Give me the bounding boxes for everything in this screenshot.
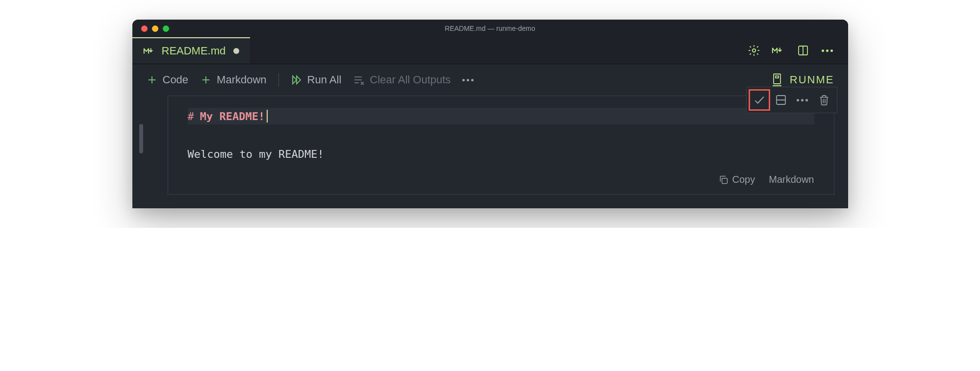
- runme-kernel-button[interactable]: RUNME: [771, 74, 834, 86]
- kernel-icon: [771, 74, 783, 86]
- stop-editing-button[interactable]: [749, 89, 770, 111]
- clear-outputs-button[interactable]: Clear All Outputs: [353, 74, 451, 86]
- tab-bar: README.md: [132, 37, 848, 64]
- ellipsis-icon: [797, 99, 808, 101]
- add-code-label: Code: [163, 74, 189, 86]
- cell-editor[interactable]: # My README! Welcome to my README! Copy …: [168, 96, 834, 195]
- traffic-lights: [132, 25, 169, 32]
- settings-gear-icon[interactable]: [747, 44, 761, 57]
- run-all-icon: [291, 74, 302, 86]
- svg-rect-12: [774, 74, 780, 84]
- ellipsis-icon: [462, 79, 474, 81]
- split-cell-button[interactable]: [770, 89, 792, 111]
- svg-point-0: [752, 49, 755, 52]
- dirty-indicator-icon: [233, 48, 239, 54]
- heading-marker: #: [188, 110, 194, 123]
- cell-more-button[interactable]: [792, 89, 813, 111]
- notebook-toolbar: Code Markdown Run All Clear All Outputs: [132, 64, 848, 96]
- add-markdown-label: Markdown: [217, 74, 266, 86]
- more-actions-icon[interactable]: [821, 44, 834, 57]
- markdown-file-icon: [143, 45, 155, 57]
- cell-language-label[interactable]: Markdown: [769, 174, 814, 185]
- copy-button[interactable]: Copy: [719, 174, 755, 185]
- editor-window: README.md — runme-demo README.md: [132, 20, 848, 208]
- editor-body-text[interactable]: Welcome to my README!: [188, 148, 814, 160]
- markdown-preview-icon[interactable]: [772, 44, 785, 57]
- tabbar-actions: [747, 44, 848, 57]
- editor-line-1[interactable]: # My README!: [188, 108, 814, 124]
- copy-label: Copy: [732, 174, 755, 185]
- plus-icon: [146, 74, 158, 86]
- markdown-cell[interactable]: # My README! Welcome to my README! Copy …: [168, 96, 834, 195]
- minimize-window-button[interactable]: [152, 25, 158, 32]
- copy-icon: [719, 174, 729, 185]
- text-cursor: [267, 110, 268, 123]
- tab-readme[interactable]: README.md: [132, 37, 251, 64]
- titlebar: README.md — runme-demo: [132, 20, 848, 37]
- add-code-button[interactable]: Code: [146, 74, 189, 86]
- runme-label: RUNME: [790, 74, 834, 86]
- split-editor-icon[interactable]: [796, 44, 810, 57]
- run-all-label: Run All: [307, 74, 342, 86]
- notebook-content: # My README! Welcome to my README! Copy …: [132, 96, 848, 208]
- window-title: README.md — runme-demo: [445, 25, 535, 32]
- toolbar-more-button[interactable]: [462, 79, 474, 81]
- svg-rect-14: [776, 76, 779, 78]
- maximize-window-button[interactable]: [163, 25, 169, 32]
- heading-text: My README!: [200, 110, 265, 123]
- clear-outputs-icon: [353, 74, 365, 86]
- plus-icon: [200, 74, 212, 86]
- add-markdown-button[interactable]: Markdown: [200, 74, 266, 86]
- run-all-button[interactable]: Run All: [291, 74, 342, 86]
- cell-toolbar: [746, 87, 837, 113]
- close-window-button[interactable]: [141, 25, 148, 32]
- delete-cell-button[interactable]: [813, 89, 835, 111]
- svg-rect-19: [722, 178, 727, 183]
- cell-footer: Copy Markdown: [188, 174, 814, 185]
- clear-outputs-label: Clear All Outputs: [370, 74, 451, 86]
- tab-label: README.md: [162, 45, 226, 57]
- toolbar-divider: [278, 73, 279, 87]
- scrollbar-thumb[interactable]: [139, 124, 143, 153]
